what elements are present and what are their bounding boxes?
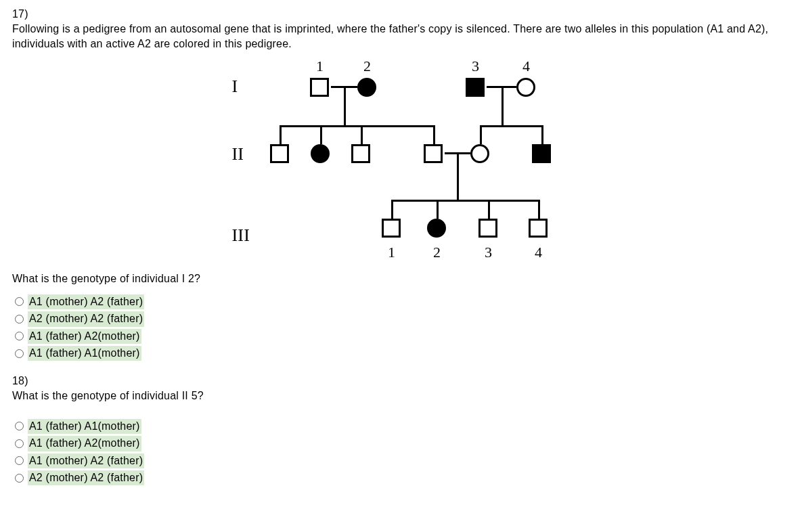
q18-number: 18) xyxy=(12,375,790,387)
q18-option-d[interactable]: A2 (mother) A2 (father) xyxy=(15,470,790,485)
q18-prompt: What is the genotype of individual II 5? xyxy=(12,389,790,403)
II-5 xyxy=(470,144,489,163)
pedigree-diagram: I II III 1 2 3 4 xyxy=(12,58,790,261)
q17-option-d[interactable]: A1 (father) A1(mother) xyxy=(15,346,790,361)
q18-option-a-text: A1 (father) A1(mother) xyxy=(28,419,141,434)
radio-icon xyxy=(15,315,24,324)
bot-num-1: 1 xyxy=(382,244,402,261)
q17-number: 17) xyxy=(12,8,790,20)
q17-option-c[interactable]: A1 (father) A2(mother) xyxy=(15,329,790,344)
III-4 xyxy=(529,219,548,238)
q18-options: A1 (father) A1(mother) A1 (father) A2(mo… xyxy=(15,419,790,486)
q17-option-a-text: A1 (mother) A2 (father) xyxy=(28,294,144,309)
q17-option-b[interactable]: A2 (mother) A2 (father) xyxy=(15,311,790,326)
radio-icon xyxy=(15,422,24,430)
I-3 xyxy=(466,78,485,97)
II-6 xyxy=(532,144,551,163)
q17-text: Following is a pedigree from an autosoma… xyxy=(12,22,790,52)
bot-num-2: 2 xyxy=(427,244,447,261)
top-num-3: 3 xyxy=(466,58,486,75)
q18-option-a[interactable]: A1 (father) A1(mother) xyxy=(15,419,790,434)
q18-option-c[interactable]: A1 (mother) A2 (father) xyxy=(15,453,790,468)
III-2 xyxy=(427,219,446,238)
II-3 xyxy=(351,144,370,163)
II-4 xyxy=(424,144,443,163)
I-1 xyxy=(310,78,329,97)
q18-option-b[interactable]: A1 (father) A2(mother) xyxy=(15,436,790,451)
gen-label-3: III xyxy=(232,225,250,246)
q18-option-d-text: A2 (mother) A2 (father) xyxy=(28,470,144,485)
q17-option-d-text: A1 (father) A1(mother) xyxy=(28,346,141,361)
bot-num-4: 4 xyxy=(529,244,549,261)
radio-icon xyxy=(15,349,24,358)
gen-label-2: II xyxy=(232,144,244,164)
II-1 xyxy=(270,144,289,163)
gen-label-1: I xyxy=(232,76,238,97)
radio-icon xyxy=(15,297,24,306)
radio-icon xyxy=(15,332,24,340)
q17-option-b-text: A2 (mother) A2 (father) xyxy=(28,311,144,326)
top-num-2: 2 xyxy=(357,58,378,75)
q18-option-b-text: A1 (father) A2(mother) xyxy=(28,436,141,451)
radio-icon xyxy=(15,439,24,448)
q18-option-c-text: A1 (mother) A2 (father) xyxy=(28,453,144,468)
I-2 xyxy=(357,78,376,97)
III-1 xyxy=(382,219,401,238)
bot-num-3: 3 xyxy=(478,244,499,261)
I-4 xyxy=(516,78,535,97)
II-2 xyxy=(311,144,330,163)
q17-prompt: What is the genotype of individual I 2? xyxy=(12,273,790,285)
radio-icon xyxy=(15,474,24,483)
q17-options: A1 (mother) A2 (father) A2 (mother) A2 (… xyxy=(15,294,790,361)
radio-icon xyxy=(15,456,24,465)
q17-option-c-text: A1 (father) A2(mother) xyxy=(28,329,141,344)
top-num-4: 4 xyxy=(516,58,537,75)
III-3 xyxy=(478,219,497,238)
q17-option-a[interactable]: A1 (mother) A2 (father) xyxy=(15,294,790,309)
top-num-1: 1 xyxy=(310,58,330,75)
